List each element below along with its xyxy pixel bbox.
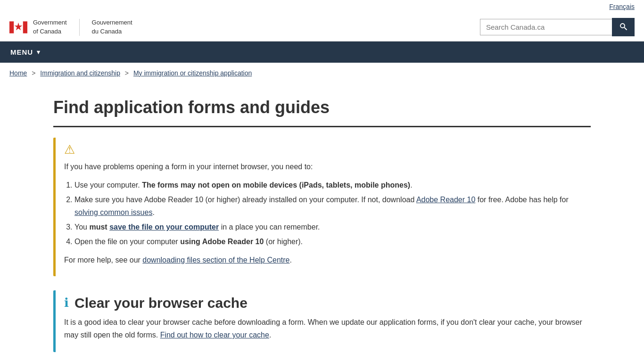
info-alert: ℹ Clear your browser cache It is a good … (53, 290, 591, 352)
breadcrumb-immigration[interactable]: Immigration and citizenship (40, 69, 120, 77)
chevron-down-icon: ▾ (37, 49, 41, 56)
search-button[interactable] (612, 18, 635, 36)
nav-bar: MENU ▾ (0, 41, 644, 63)
breadcrumb: Home > Immigration and citizenship > My … (0, 63, 644, 83)
breadcrumb-application[interactable]: My immigration or citizenship applicatio… (133, 69, 252, 77)
warning-step-3: You must save the file on your computer … (74, 221, 582, 233)
page-title: Find application forms and guides (53, 98, 591, 117)
warning-step-4: Open the file on your computer using Ado… (74, 235, 582, 248)
svg-rect-1 (23, 21, 28, 33)
warning-body: ⚠ If you have problems opening a form in… (56, 138, 591, 276)
svg-rect-0 (9, 21, 14, 33)
search-input[interactable] (480, 19, 612, 35)
menu-button[interactable]: MENU ▾ (0, 41, 51, 63)
solving-issues-link[interactable]: solving common issues (74, 208, 152, 216)
breadcrumb-sep-1: > (32, 69, 35, 77)
warning-icon: ⚠ (64, 142, 75, 157)
gov-name-fr: Gouvernement du Canada (92, 18, 132, 35)
search-area (480, 18, 635, 36)
info-body-text: It is a good idea to clear your browser … (64, 316, 582, 341)
adobe-reader-link[interactable]: Adobe Reader 10 (416, 196, 475, 204)
info-section-title: Clear your browser cache (74, 295, 248, 311)
gov-name-en: Government of Canada (33, 18, 67, 35)
francais-link[interactable]: Français (609, 3, 635, 10)
title-divider (53, 126, 591, 127)
canada-flag-icon (9, 18, 27, 36)
main-content: Find application forms and guides ⚠ If y… (44, 83, 600, 362)
info-body: ℹ Clear your browser cache It is a good … (56, 290, 591, 352)
warning-alert: ⚠ If you have problems opening a form in… (53, 138, 591, 276)
warning-step-2: Make sure you have Adobe Reader 10 (or h… (74, 193, 582, 219)
breadcrumb-home[interactable]: Home (9, 69, 27, 77)
warning-intro: If you have problems opening a form in y… (64, 161, 582, 173)
save-file-link[interactable]: save the file on your computer (109, 223, 219, 231)
warning-steps-list: Use your computer. The forms may not ope… (74, 179, 582, 248)
menu-label: MENU (10, 48, 33, 56)
breadcrumb-sep-2: > (125, 69, 129, 77)
info-icon: ℹ (64, 296, 69, 310)
site-header: Government of Canada Gouvernement du Can… (0, 13, 644, 41)
clear-cache-link[interactable]: Find out how to clear your cache (160, 331, 269, 339)
help-centre-link[interactable]: downloading files section of the Help Ce… (142, 256, 289, 264)
svg-line-5 (624, 27, 627, 30)
warning-footer: For more help, see our downloading files… (64, 254, 582, 266)
search-icon (619, 22, 627, 31)
svg-point-4 (620, 24, 625, 28)
logo-area: Government of Canada Gouvernement du Can… (9, 18, 132, 36)
warning-step-1: Use your computer. The forms may not ope… (74, 179, 582, 191)
info-header-row: ℹ Clear your browser cache (64, 295, 582, 311)
logo-divider (79, 19, 80, 36)
language-bar: Français (0, 0, 644, 13)
